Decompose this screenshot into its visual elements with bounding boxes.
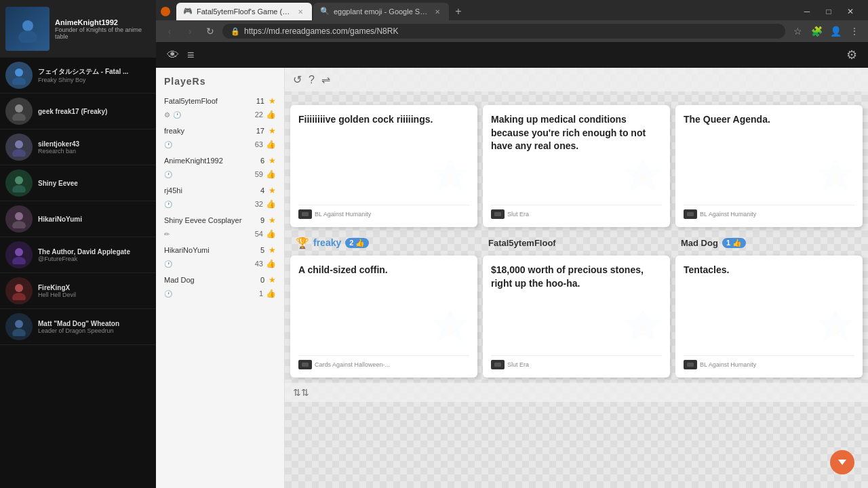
viewer-info: geek freak17 (Freaky)	[38, 108, 151, 115]
extensions-icon[interactable]: 🧩	[808, 23, 825, 39]
eye-icon[interactable]: 👁	[167, 48, 179, 62]
player-row: freaky 17 ★	[164, 123, 276, 138]
player-sub-row: 🕐 32 👍	[164, 198, 276, 213]
forward-button[interactable]: ›	[182, 23, 198, 39]
tab-close-search[interactable]: ✕	[433, 7, 442, 16]
hamburger-icon[interactable]: ≡	[187, 48, 195, 62]
deck-icon	[491, 209, 505, 219]
player-sub-row: 🕐 59 👍	[164, 168, 276, 183]
card-deck-name: Slut Era	[507, 361, 662, 368]
deck-icon	[298, 360, 312, 369]
shuffle-icon[interactable]: ⇌	[321, 73, 330, 86]
svg-point-14	[15, 284, 23, 292]
address-bar[interactable]: 🔒 https://md.rereadgames.com/games/N8RK	[222, 24, 785, 39]
player-label: freaky	[313, 237, 341, 248]
star-icon: ★	[269, 156, 276, 165]
viewer-name: geek freak17 (Freaky)	[38, 108, 151, 115]
player-row: Shiny Eevee Cosplayer 9 ★	[164, 213, 276, 228]
card-watermark: ✋	[623, 158, 663, 207]
players-panel: PlayeRs Fatal5ytemFloof 11 ★ ⚙ 🕐 22 👍 fr…	[156, 68, 285, 488]
clock-icon: 🕐	[164, 290, 172, 298]
thumb-icon: 👍	[266, 169, 276, 179]
player-name: Fatal5ytemFloof	[164, 97, 254, 105]
svg-point-11	[12, 221, 26, 228]
minimize-button[interactable]: ─	[797, 5, 816, 18]
player-row: rj45hi 4 ★	[164, 183, 276, 198]
deck-icon	[491, 360, 505, 369]
refresh-button[interactable]: ↻	[202, 23, 218, 39]
close-button[interactable]: ✕	[841, 5, 860, 18]
white-card: A child-sized coffin. ✋ Cards Against	[290, 256, 477, 378]
avatar	[5, 205, 33, 232]
player-likes: 63	[255, 140, 263, 148]
player-header-maddog: Mad Dog 1 👍	[675, 232, 863, 253]
card-deck-name: BL Against Humanity	[700, 361, 854, 368]
menu-icon[interactable]: ⋮	[846, 23, 863, 39]
pencil-icon: ✏	[164, 230, 170, 238]
avatar	[5, 169, 33, 197]
list-item: HikariNoYumi	[0, 201, 156, 237]
svg-point-9	[12, 185, 26, 192]
white-card: Making up medical conditions because you…	[483, 105, 670, 227]
viewer-role: Leader of Dragon Speedrun	[38, 327, 151, 334]
scroll-button[interactable]	[830, 450, 854, 474]
card-watermark: ✋	[430, 158, 471, 207]
svg-text:✋: ✋	[445, 174, 457, 185]
player-name: AnimeKnight1992	[164, 157, 258, 165]
card-footer: Slut Era	[491, 205, 662, 219]
address-bar-row: ‹ › ↻ 🔒 https://md.rereadgames.com/games…	[156, 20, 868, 42]
player-score: 9	[260, 216, 264, 224]
new-tab-button[interactable]: +	[450, 3, 467, 20]
col-header-3	[675, 97, 863, 102]
player-likes: 59	[255, 170, 263, 178]
viewer-name: The Author, David Applegate	[38, 248, 151, 256]
card-footer: BL Against Humanity	[298, 205, 469, 219]
svg-rect-42	[687, 363, 694, 367]
bookmark-icon[interactable]: ☆	[789, 23, 806, 39]
thumb-icon: 👍	[266, 140, 276, 149]
viewer-info: The Author, David Applegate @FutureFreak	[38, 248, 151, 262]
game-content: 👁 ≡ ⚙ PlayeRs Fatal5ytemFloof 11 ★ ⚙ 🕐 2…	[156, 42, 868, 488]
avatar	[5, 277, 33, 304]
tab-close-game[interactable]: ✕	[296, 7, 305, 16]
player-name: freaky	[164, 127, 254, 135]
tab-search[interactable]: 🔍 eggplant emoji - Google Sea... ✕	[313, 3, 449, 20]
svg-point-2	[15, 68, 23, 77]
streamer-name: AnimeKnight1992	[55, 18, 151, 26]
restore-button[interactable]: □	[819, 5, 838, 18]
viewer-info: FireKingX Hell Hell Devil	[38, 284, 151, 298]
viewer-name: フェイタルシステム - Fatal ...	[38, 67, 151, 77]
tab-game[interactable]: 🎮 Fatal5ytemFloof's Game (N8RK... ✕	[176, 3, 312, 20]
inner-layout: PlayeRs Fatal5ytemFloof 11 ★ ⚙ 🕐 22 👍 fr…	[156, 68, 868, 488]
tab-title-game: Fatal5ytemFloof's Game (N8RK...	[197, 7, 292, 16]
browser-chrome: 🎮 Fatal5ytemFloof's Game (N8RK... ✕ 🔍 eg…	[156, 0, 868, 42]
help-icon[interactable]: ?	[309, 74, 315, 86]
viewer-name: HikariNoYumi	[38, 216, 151, 223]
star-icon: ★	[269, 186, 276, 195]
svg-rect-34	[302, 363, 309, 367]
svg-point-0	[22, 20, 33, 31]
svg-rect-30	[687, 212, 694, 216]
player-name: Shiny Eevee Cosplayer	[164, 216, 258, 224]
like-count: 1 👍	[722, 238, 746, 248]
svg-point-7	[12, 149, 26, 157]
profile-icon[interactable]: 👤	[827, 23, 844, 39]
player-likes: 1	[259, 289, 263, 298]
filter-icon[interactable]: ⇅⇅	[293, 387, 309, 398]
player-name: HikariNoYumi	[164, 246, 258, 254]
viewer-info: HikariNoYumi	[38, 216, 151, 223]
svg-point-15	[12, 293, 26, 300]
svg-point-16	[15, 320, 23, 328]
viewer-list: フェイタルシステム - Fatal ... Freaky Shiny Boy g…	[0, 58, 156, 488]
player-score: 6	[260, 157, 264, 165]
undo-icon[interactable]: ↺	[293, 73, 302, 86]
settings-icon[interactable]: ⚙	[846, 47, 857, 62]
star-icon: ★	[269, 245, 276, 255]
card-watermark: ✋	[815, 308, 856, 357]
tab-favicon-search: 🔍	[320, 7, 330, 16]
card-deck-name: BL Against Humanity	[315, 211, 469, 218]
player-likes: 32	[255, 200, 263, 208]
white-card: Fiiiiiiiive golden cock riiiiings. ✋	[290, 105, 477, 227]
back-button[interactable]: ‹	[161, 23, 178, 39]
thumb-icon: 👍	[266, 199, 276, 209]
